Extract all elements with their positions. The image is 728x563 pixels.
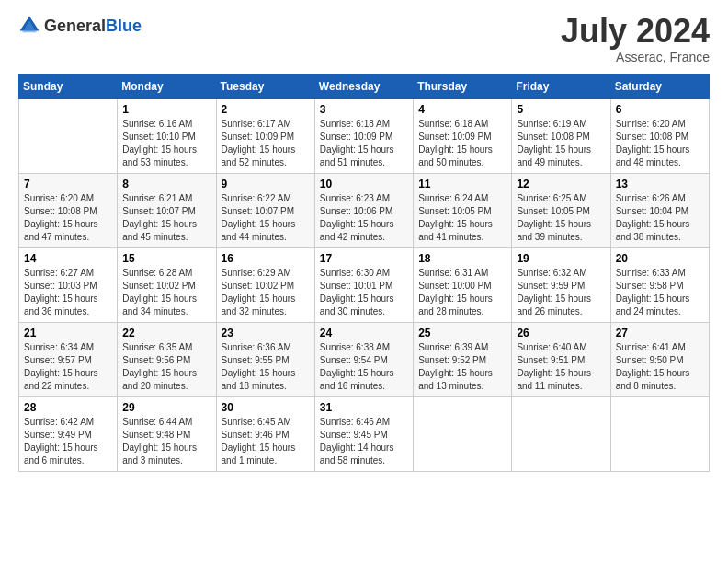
title-block: July 2024 Asserac, France (561, 15, 710, 64)
day-number: 23 (222, 327, 310, 339)
calendar-cell: 12Sunrise: 6:25 AM Sunset: 10:05 PM Dayl… (512, 174, 610, 248)
calendar-week-row: 14Sunrise: 6:27 AM Sunset: 10:03 PM Dayl… (19, 248, 710, 323)
day-number: 18 (418, 252, 506, 265)
calendar-body: 1Sunrise: 6:16 AM Sunset: 10:10 PM Dayli… (19, 99, 710, 472)
day-number: 13 (616, 178, 704, 190)
calendar-week-row: 1Sunrise: 6:16 AM Sunset: 10:10 PM Dayli… (19, 99, 710, 174)
calendar-cell (414, 397, 512, 472)
logo-text-blue: Blue (106, 17, 142, 35)
day-number: 2 (222, 103, 310, 116)
day-detail: Sunrise: 6:25 AM Sunset: 10:05 PM Daylig… (517, 192, 605, 244)
calendar-cell: 17Sunrise: 6:30 AM Sunset: 10:01 PM Dayl… (314, 248, 413, 323)
day-number: 29 (122, 401, 210, 414)
calendar-cell: 5Sunrise: 6:19 AM Sunset: 10:08 PM Dayli… (512, 99, 610, 174)
calendar-cell (610, 397, 709, 472)
day-detail: Sunrise: 6:19 AM Sunset: 10:08 PM Daylig… (517, 118, 605, 169)
day-detail: Sunrise: 6:28 AM Sunset: 10:02 PM Daylig… (122, 267, 210, 318)
page-header: GeneralBlue July 2024 Asserac, France (18, 15, 710, 64)
day-number: 11 (418, 178, 506, 190)
calendar-cell: 21Sunrise: 6:34 AM Sunset: 9:57 PM Dayli… (19, 323, 118, 397)
day-detail: Sunrise: 6:36 AM Sunset: 9:55 PM Dayligh… (222, 341, 310, 393)
calendar-cell: 7Sunrise: 6:20 AM Sunset: 10:08 PM Dayli… (19, 174, 118, 248)
calendar-week-row: 28Sunrise: 6:42 AM Sunset: 9:49 PM Dayli… (19, 397, 710, 472)
day-of-week-header: Thursday (414, 75, 512, 99)
day-of-week-header: Tuesday (216, 75, 314, 99)
day-detail: Sunrise: 6:39 AM Sunset: 9:52 PM Dayligh… (418, 341, 506, 393)
calendar-cell: 25Sunrise: 6:39 AM Sunset: 9:52 PM Dayli… (414, 323, 512, 397)
calendar-cell: 3Sunrise: 6:18 AM Sunset: 10:09 PM Dayli… (314, 99, 413, 174)
calendar-cell: 22Sunrise: 6:35 AM Sunset: 9:56 PM Dayli… (118, 323, 216, 397)
day-number: 3 (320, 103, 408, 116)
day-number: 25 (418, 327, 506, 339)
day-detail: Sunrise: 6:18 AM Sunset: 10:09 PM Daylig… (320, 118, 408, 169)
calendar-cell (512, 397, 610, 472)
day-detail: Sunrise: 6:18 AM Sunset: 10:09 PM Daylig… (418, 118, 506, 169)
calendar-cell: 13Sunrise: 6:26 AM Sunset: 10:04 PM Dayl… (610, 174, 709, 248)
day-number: 31 (320, 401, 408, 414)
day-of-week-header: Saturday (610, 75, 709, 99)
day-of-week-header: Sunday (19, 75, 118, 99)
day-number: 15 (122, 252, 210, 265)
day-number: 12 (517, 178, 605, 190)
day-detail: Sunrise: 6:17 AM Sunset: 10:09 PM Daylig… (222, 118, 310, 169)
calendar-cell: 27Sunrise: 6:41 AM Sunset: 9:50 PM Dayli… (610, 323, 709, 397)
calendar-cell: 1Sunrise: 6:16 AM Sunset: 10:10 PM Dayli… (118, 99, 216, 174)
day-detail: Sunrise: 6:27 AM Sunset: 10:03 PM Daylig… (24, 267, 112, 318)
calendar-cell: 19Sunrise: 6:32 AM Sunset: 9:59 PM Dayli… (512, 248, 610, 323)
calendar-cell: 18Sunrise: 6:31 AM Sunset: 10:00 PM Dayl… (414, 248, 512, 323)
calendar-cell: 8Sunrise: 6:21 AM Sunset: 10:07 PM Dayli… (118, 174, 216, 248)
day-detail: Sunrise: 6:40 AM Sunset: 9:51 PM Dayligh… (517, 341, 605, 393)
day-detail: Sunrise: 6:33 AM Sunset: 9:58 PM Dayligh… (616, 267, 704, 318)
day-detail: Sunrise: 6:20 AM Sunset: 10:08 PM Daylig… (24, 192, 112, 244)
day-number: 1 (122, 103, 210, 116)
calendar-cell: 4Sunrise: 6:18 AM Sunset: 10:09 PM Dayli… (414, 99, 512, 174)
day-detail: Sunrise: 6:44 AM Sunset: 9:48 PM Dayligh… (122, 416, 210, 467)
day-number: 21 (24, 327, 112, 339)
days-of-week-row: SundayMondayTuesdayWednesdayThursdayFrid… (19, 75, 710, 99)
day-of-week-header: Monday (118, 75, 216, 99)
logo: GeneralBlue (18, 15, 142, 37)
calendar-cell: 23Sunrise: 6:36 AM Sunset: 9:55 PM Dayli… (216, 323, 314, 397)
day-detail: Sunrise: 6:21 AM Sunset: 10:07 PM Daylig… (122, 192, 210, 244)
location: Asserac, France (561, 50, 710, 64)
calendar-table: SundayMondayTuesdayWednesdayThursdayFrid… (18, 74, 710, 472)
calendar-cell: 20Sunrise: 6:33 AM Sunset: 9:58 PM Dayli… (610, 248, 709, 323)
logo-text-general: General (44, 17, 106, 35)
day-number: 8 (122, 178, 210, 190)
day-number: 20 (616, 252, 704, 265)
month-year: July 2024 (561, 15, 710, 48)
calendar-cell (19, 99, 118, 174)
day-number: 5 (517, 103, 605, 116)
calendar-cell: 31Sunrise: 6:46 AM Sunset: 9:45 PM Dayli… (314, 397, 413, 472)
day-detail: Sunrise: 6:34 AM Sunset: 9:57 PM Dayligh… (24, 341, 112, 393)
calendar-cell: 28Sunrise: 6:42 AM Sunset: 9:49 PM Dayli… (19, 397, 118, 472)
day-detail: Sunrise: 6:22 AM Sunset: 10:07 PM Daylig… (222, 192, 310, 244)
day-detail: Sunrise: 6:46 AM Sunset: 9:45 PM Dayligh… (320, 416, 408, 467)
day-number: 17 (320, 252, 408, 265)
calendar-cell: 10Sunrise: 6:23 AM Sunset: 10:06 PM Dayl… (314, 174, 413, 248)
day-detail: Sunrise: 6:32 AM Sunset: 9:59 PM Dayligh… (517, 267, 605, 318)
logo-icon (18, 15, 40, 37)
day-number: 9 (222, 178, 310, 190)
day-number: 22 (122, 327, 210, 339)
day-number: 24 (320, 327, 408, 339)
calendar-cell: 30Sunrise: 6:45 AM Sunset: 9:46 PM Dayli… (216, 397, 314, 472)
day-detail: Sunrise: 6:24 AM Sunset: 10:05 PM Daylig… (418, 192, 506, 244)
day-number: 7 (24, 178, 112, 190)
calendar-week-row: 7Sunrise: 6:20 AM Sunset: 10:08 PM Dayli… (19, 174, 710, 248)
day-detail: Sunrise: 6:38 AM Sunset: 9:54 PM Dayligh… (320, 341, 408, 393)
day-detail: Sunrise: 6:42 AM Sunset: 9:49 PM Dayligh… (24, 416, 112, 467)
day-number: 14 (24, 252, 112, 265)
day-detail: Sunrise: 6:45 AM Sunset: 9:46 PM Dayligh… (222, 416, 310, 467)
calendar-header: SundayMondayTuesdayWednesdayThursdayFrid… (19, 75, 710, 99)
calendar-cell: 9Sunrise: 6:22 AM Sunset: 10:07 PM Dayli… (216, 174, 314, 248)
day-number: 28 (24, 401, 112, 414)
calendar-cell: 29Sunrise: 6:44 AM Sunset: 9:48 PM Dayli… (118, 397, 216, 472)
day-of-week-header: Wednesday (314, 75, 413, 99)
calendar-cell: 11Sunrise: 6:24 AM Sunset: 10:05 PM Dayl… (414, 174, 512, 248)
day-detail: Sunrise: 6:31 AM Sunset: 10:00 PM Daylig… (418, 267, 506, 318)
calendar-week-row: 21Sunrise: 6:34 AM Sunset: 9:57 PM Dayli… (19, 323, 710, 397)
calendar-cell: 15Sunrise: 6:28 AM Sunset: 10:02 PM Dayl… (118, 248, 216, 323)
day-number: 27 (616, 327, 704, 339)
day-number: 19 (517, 252, 605, 265)
